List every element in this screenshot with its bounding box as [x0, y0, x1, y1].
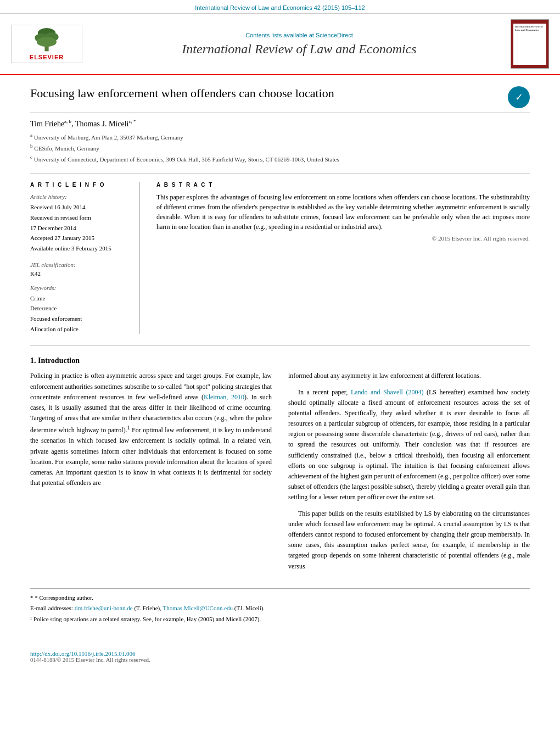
crossmark-icon: ✓: [508, 86, 530, 108]
jel-label: JEL classification:: [30, 261, 128, 268]
keyword-3: Focused enforcement: [30, 314, 128, 324]
svg-point-4: [37, 37, 57, 47]
article-info-heading: A R T I C L E I N F O: [30, 182, 128, 188]
email1-link[interactable]: tim.friehe@uni-bonn.de: [75, 605, 133, 611]
corresponding-author-note: * * Corresponding author.: [30, 593, 530, 602]
body-two-col: Policing in practice is often asymmetric…: [30, 371, 530, 577]
date-accepted: Accepted 27 January 2015: [30, 233, 128, 243]
journal-cover: International Review of Law and Economic…: [511, 19, 549, 69]
author2-name: , Thomas J. Miceli: [71, 120, 128, 128]
info-abstract-section: A R T I C L E I N F O Article history: R…: [30, 174, 530, 334]
section-divider: [30, 345, 530, 345]
kleiman-link[interactable]: Kleiman, 2010: [204, 393, 244, 401]
doi-link[interactable]: http://dx.doi.org/10.1016/j.irle.2015.01…: [30, 650, 530, 657]
elsevier-logo: ELSEVIER: [11, 25, 82, 63]
bottom-bar: http://dx.doi.org/10.1016/j.irle.2015.01…: [0, 647, 560, 666]
keyword-1: Crime: [30, 293, 128, 304]
jel-code: K42: [30, 270, 128, 277]
intro-para-2: informed about any asymmetry in law enfo…: [288, 371, 530, 381]
keywords: Crime Deterrence Focused enforcement All…: [30, 293, 128, 334]
article-info: A R T I C L E I N F O Article history: R…: [30, 182, 140, 334]
affiliation-b: b CESifo, Munich, Germany: [30, 143, 530, 153]
authors-line: Tim Friehea, b, Thomas J. Micelic, *: [30, 119, 530, 129]
tree-icon: [25, 28, 69, 53]
email-note: E-mail addresses: tim.friehe@uni-bonn.de…: [30, 604, 530, 613]
intro-para-1: Policing in practice is often asymmetric…: [30, 371, 272, 488]
journal-cover-inner: International Review of Law and Economic…: [513, 24, 546, 65]
doi-anchor[interactable]: http://dx.doi.org/10.1016/j.irle.2015.01…: [30, 650, 135, 657]
date-revised: 17 December 2014: [30, 223, 128, 233]
article-title: Focusing law enforcement when offenders …: [30, 86, 502, 101]
journal-cover-title: International Review of Law and Economic…: [515, 25, 545, 32]
logo-text: ELSEVIER: [30, 54, 64, 60]
footnote-area: * * Corresponding author. E-mail address…: [30, 588, 530, 624]
author1-name: Tim Friehe: [30, 120, 64, 128]
keyword-2: Deterrence: [30, 303, 128, 314]
abstract-section: A B S T R A C T This paper explores the …: [156, 182, 530, 334]
intro-para-4: This paper builds on the results establi…: [288, 509, 530, 572]
journal-reference: International Review of Law and Economic…: [195, 4, 365, 11]
history-label: Article history:: [30, 193, 128, 200]
article-title-row: Focusing law enforcement when offenders …: [30, 86, 530, 113]
section-1: 1. Introduction Policing in practice is …: [30, 356, 530, 577]
header-middle: Contents lists available at ScienceDirec…: [93, 32, 505, 57]
affiliation-c: c University of Connecticut, Department …: [30, 154, 530, 164]
section1-heading: 1. Introduction: [30, 356, 530, 365]
date-online: Available online 3 February 2015: [30, 243, 128, 254]
email2-link[interactable]: Thomas.Miceli@UConn.edu: [163, 605, 233, 611]
footnote-1: ¹ Police sting operations are a related …: [30, 615, 530, 624]
affiliation-a: a University of Marburg, Am Plan 2, 3503…: [30, 132, 530, 142]
affiliations: a University of Marburg, Am Plan 2, 3503…: [30, 132, 530, 164]
paper-content: Focusing law enforcement when offenders …: [0, 75, 560, 636]
author1-sup: a, b: [64, 119, 71, 124]
body-col-right: informed about any asymmetry in law enfo…: [288, 371, 530, 577]
copyright-line: © 2015 Elsevier Inc. All rights reserved…: [156, 235, 530, 242]
intro-para-3: In a recent paper, Lando and Shavell (20…: [288, 387, 530, 503]
sciencedirect-anchor[interactable]: ScienceDirect: [316, 32, 353, 38]
header-area: ELSEVIER Contents lists available at Sci…: [0, 14, 560, 75]
date-received: Received 16 July 2014: [30, 202, 128, 213]
sciencedirect-link[interactable]: Contents lists available at ScienceDirec…: [93, 32, 505, 38]
date-revised-label: Received in revised form: [30, 213, 128, 223]
article-dates: Received 16 July 2014 Received in revise…: [30, 202, 128, 253]
lando-shavell-link[interactable]: Lando and Shavell (2004): [351, 388, 424, 396]
journal-title: International Review of Law and Economic…: [93, 42, 505, 57]
abstract-text: This paper explores the advantages of fo…: [156, 192, 530, 232]
issn-text: 0144-8188/© 2015 Elsevier Inc. All right…: [30, 657, 530, 663]
author2-sup: c, *: [128, 119, 136, 124]
top-bar: International Review of Law and Economic…: [0, 0, 560, 14]
keywords-label: Keywords:: [30, 284, 128, 291]
body-col-left: Policing in practice is often asymmetric…: [30, 371, 272, 577]
abstract-heading: A B S T R A C T: [156, 182, 530, 188]
keyword-4: Allocation of police: [30, 324, 128, 334]
